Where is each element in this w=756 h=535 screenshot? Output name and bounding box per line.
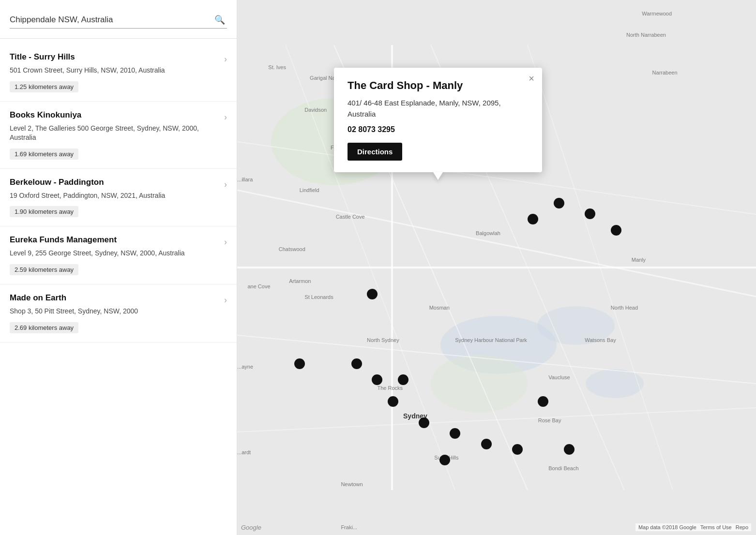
store-content-3: Berkelouw - Paddington 19 Oxford Street,… bbox=[10, 178, 219, 218]
popup-close-button[interactable]: × bbox=[529, 74, 534, 83]
chevron-right-icon-1: › bbox=[224, 54, 227, 64]
store-name-2: Books Kinokuniya bbox=[10, 110, 219, 120]
map-marker-marker-6[interactable] bbox=[351, 358, 362, 369]
map-marker-marker-2[interactable] bbox=[554, 198, 564, 208]
map-marker-marker-15[interactable] bbox=[439, 455, 450, 465]
store-address-1: 501 Crown Street, Surry Hills, NSW, 2010… bbox=[10, 66, 219, 75]
distance-badge-4: 2.59 kilometers away bbox=[10, 264, 78, 275]
store-address-2: Level 2, The Galleries 500 George Street… bbox=[10, 124, 219, 143]
popup-address: 401/ 46-48 East Esplanade, Manly, NSW, 2… bbox=[348, 98, 529, 119]
map-panel: WarrnewoodNorth NarrabeenSt. IvesGarigal… bbox=[237, 0, 756, 535]
search-wrapper: 🔍 bbox=[10, 15, 227, 29]
search-area: 🔍 bbox=[0, 10, 237, 39]
store-content-5: Made on Earth Shop 3, 50 Pitt Street, Sy… bbox=[10, 293, 219, 333]
store-name-3: Berkelouw - Paddington bbox=[10, 178, 219, 187]
store-address-3: 19 Oxford Street, Paddington, NSW, 2021,… bbox=[10, 191, 219, 201]
popup-title: The Card Shop - Manly bbox=[348, 79, 529, 92]
distance-badge-5: 2.69 kilometers away bbox=[10, 322, 78, 333]
store-name-5: Made on Earth bbox=[10, 293, 219, 303]
search-icon: 🔍 bbox=[214, 15, 225, 25]
store-address-4: Level 9, 255 George Street, Sydney, NSW,… bbox=[10, 249, 219, 258]
distance-badge-3: 1.90 kilometers away bbox=[10, 206, 78, 217]
store-content-4: Eureka Funds Management Level 9, 255 Geo… bbox=[10, 235, 219, 275]
store-name-4: Eureka Funds Management bbox=[10, 235, 219, 245]
map-data-label: Map data ©2018 Google bbox=[638, 524, 696, 530]
store-name-1: Title - Surry Hills bbox=[10, 52, 219, 62]
map-popup: × The Card Shop - Manly 401/ 46-48 East … bbox=[334, 68, 542, 172]
map-marker-marker-13[interactable] bbox=[481, 439, 492, 449]
terms-of-use-link[interactable]: Terms of Use bbox=[700, 524, 732, 530]
chevron-right-icon-5: › bbox=[224, 295, 227, 305]
map-marker-marker-3[interactable] bbox=[585, 208, 595, 219]
store-content-1: Title - Surry Hills 501 Crown Street, Su… bbox=[10, 52, 219, 92]
map-attribution: Map data ©2018 Google Terms of Use Repo bbox=[635, 523, 751, 531]
search-input[interactable] bbox=[10, 15, 212, 25]
map-marker-marker-5[interactable] bbox=[367, 289, 378, 299]
map-marker-marker-4[interactable] bbox=[611, 225, 621, 236]
map-marker-marker-16[interactable] bbox=[564, 444, 575, 455]
map-marker-marker-8[interactable] bbox=[398, 374, 408, 385]
distance-badge-1: 1.25 kilometers away bbox=[10, 81, 78, 92]
store-item-4[interactable]: Eureka Funds Management Level 9, 255 Geo… bbox=[0, 226, 237, 284]
chevron-right-icon-3: › bbox=[224, 179, 227, 190]
store-list: Title - Surry Hills 501 Crown Street, Su… bbox=[0, 44, 237, 342]
popup-tail bbox=[433, 172, 443, 180]
store-item-1[interactable]: Title - Surry Hills 501 Crown Street, Su… bbox=[0, 44, 237, 102]
store-item-5[interactable]: Made on Earth Shop 3, 50 Pitt Street, Sy… bbox=[0, 284, 237, 342]
map-marker-marker-10[interactable] bbox=[538, 396, 548, 407]
map-marker-marker-12[interactable] bbox=[450, 428, 460, 439]
map-marker-marker-17[interactable] bbox=[294, 358, 305, 369]
map-marker-marker-14[interactable] bbox=[512, 444, 523, 455]
store-list-panel: 🔍 Title - Surry Hills 501 Crown Street, … bbox=[0, 0, 237, 535]
store-content-2: Books Kinokuniya Level 2, The Galleries … bbox=[10, 110, 219, 160]
map-marker-marker-9[interactable] bbox=[388, 396, 398, 407]
distance-badge-2: 1.69 kilometers away bbox=[10, 149, 78, 160]
report-label: Repo bbox=[736, 524, 748, 530]
google-logo: Google bbox=[241, 524, 261, 531]
search-button[interactable]: 🔍 bbox=[212, 15, 227, 25]
map-marker-marker-1[interactable] bbox=[528, 214, 538, 224]
directions-button[interactable]: Directions bbox=[348, 143, 402, 161]
svg-point-5 bbox=[431, 355, 528, 413]
popup-phone: 02 8073 3295 bbox=[348, 125, 529, 134]
map-marker-marker-11[interactable] bbox=[419, 417, 429, 428]
store-address-5: Shop 3, 50 Pitt Street, Sydney, NSW, 200… bbox=[10, 307, 219, 316]
store-item-2[interactable]: Books Kinokuniya Level 2, The Galleries … bbox=[0, 102, 237, 169]
chevron-right-icon-4: › bbox=[224, 237, 227, 247]
svg-point-2 bbox=[537, 306, 615, 345]
store-item-3[interactable]: Berkelouw - Paddington 19 Oxford Street,… bbox=[0, 169, 237, 227]
chevron-right-icon-2: › bbox=[224, 112, 227, 122]
map-marker-marker-7[interactable] bbox=[372, 374, 382, 385]
